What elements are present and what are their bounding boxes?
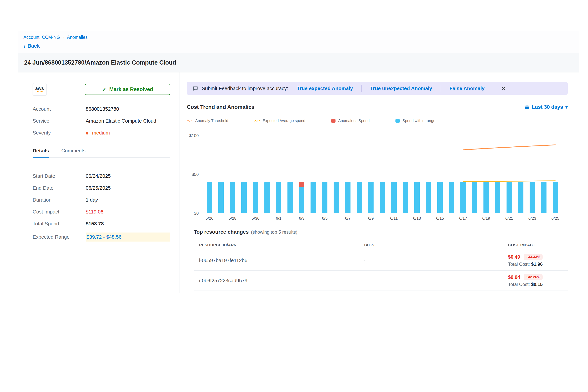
total-spend-label: Total Spend: [33, 221, 86, 227]
mark-as-resolved-button[interactable]: ✓ Mark as Resolved: [85, 84, 170, 95]
total-cost-label: Total Cost:: [508, 262, 530, 267]
y-axis-label: $50: [192, 172, 199, 177]
anomalous-spend-swatch-icon: [331, 119, 336, 123]
legend-expected-average: Expected Average spend: [254, 118, 305, 123]
duration-row: Duration 1 day: [33, 197, 170, 203]
table-row[interactable]: i-0b6f257223cad9579 - $0.04 +42.26% Tota…: [194, 270, 568, 291]
chart-plot-area: [204, 132, 561, 213]
chart-bar-5/27: [218, 182, 224, 213]
resources-table: RESOURCE ID/ARN TAGS COST IMPACT i-06597…: [194, 240, 568, 291]
trend-title: Cost Trend and Anomalies: [187, 104, 254, 110]
expected-range-label: Expected Range: [33, 234, 86, 240]
x-axis-label: 6/1: [276, 216, 281, 220]
cost-impact-percent-badge: +42.26%: [524, 274, 543, 280]
anomaly-detail-page: Account: CCM-NG › Anomalies ‹ Back 24 Ju…: [0, 0, 588, 294]
chart-bar-6/10: [380, 182, 385, 213]
legend-spend-within-range: Spend within range: [396, 118, 435, 123]
anomaly-summary-panel: aws ✓ Mark as Resolved Account 868001352…: [18, 72, 179, 294]
table-row[interactable]: i-06597ba197fe112b6 - $0.49 +33.33% Tota…: [194, 250, 568, 270]
resource-id: i-06597ba197fe112b6: [194, 258, 364, 264]
legend-label: Spend within range: [402, 118, 435, 123]
feedback-option-true-expected[interactable]: True expected Anomaly: [288, 85, 361, 92]
chart-bar-6/23: [530, 182, 535, 213]
summary-block: Account 868001352780 Service Amazon Elas…: [33, 106, 170, 136]
x-axis-label: 5/26: [206, 216, 214, 220]
breadcrumb-account-link[interactable]: Account: CCM-NG: [24, 35, 60, 40]
feedback-option-false-anomaly[interactable]: False Anomaly: [440, 85, 493, 92]
chart-bar-5/28: [230, 182, 235, 213]
chart-bar-6/2: [288, 182, 293, 213]
x-axis-label: 6/25: [552, 216, 559, 220]
resource-tags: -: [364, 278, 508, 284]
chart-bar-6/8: [357, 182, 362, 213]
chart-legend: Anomaly Threshold Expected Average spend…: [187, 118, 568, 123]
chart-bar-6/11: [391, 182, 396, 213]
legend-label: Anomaly Threshold: [195, 118, 228, 123]
total-cost-value: $0.15: [531, 282, 543, 287]
speech-bubble-icon: [192, 86, 198, 91]
x-axis-label: 6/7: [345, 216, 350, 220]
severity-dot-icon: [86, 132, 88, 134]
feedback-close-icon[interactable]: ✕: [501, 85, 506, 92]
header-strip: Account: CCM-NG › Anomalies ‹ Back: [18, 31, 579, 53]
top-resource-changes: Top resource changes (showing top 5 resu…: [187, 229, 568, 291]
feedback-banner: Submit Feedback to improve accuracy: Tru…: [187, 82, 568, 95]
breadcrumb-anomalies-link[interactable]: Anomalies: [67, 35, 88, 40]
feedback-options: True expected Anomaly True unexpected An…: [288, 85, 493, 92]
service-label: Service: [33, 118, 86, 124]
chart-bar-6/20: [495, 182, 500, 213]
x-axis-label: 6/19: [482, 216, 490, 220]
date-range-selector[interactable]: Last 30 days ▾: [524, 104, 568, 110]
total-cost-value: $1.96: [531, 262, 543, 267]
chart-bar-6/14: [426, 182, 431, 213]
start-date-value: 06/24/2025: [86, 173, 111, 179]
chart-bar-6/22: [518, 182, 524, 213]
x-axis-label: 6/21: [505, 216, 513, 220]
cost-impact-cell: $0.49 +33.33% Total Cost: $1.96: [508, 254, 568, 267]
back-button[interactable]: ‹ Back: [24, 43, 579, 49]
column-cost-impact: COST IMPACT: [508, 243, 568, 247]
aws-logo-text: aws: [35, 86, 44, 90]
legend-label: Anomalous Spend: [338, 118, 370, 123]
end-date-value: 06/25/2025: [86, 185, 111, 191]
tab-comments[interactable]: Comments: [61, 148, 86, 157]
threshold-line-icon: [187, 119, 192, 122]
back-chevron-icon: ‹: [24, 44, 26, 48]
resources-table-header: RESOURCE ID/ARN TAGS COST IMPACT: [194, 240, 568, 250]
severity-text: medium: [92, 130, 110, 136]
page-title: 24 Jun/868001352780/Amazon Elastic Compu…: [24, 59, 579, 66]
start-date-row: Start Date 06/24/2025: [33, 173, 170, 179]
cost-impact-label: Cost Impact: [33, 209, 86, 215]
account-label: Account: [33, 106, 86, 112]
total-spend-value: $158.78: [86, 221, 104, 227]
date-range-label: Last 30 days: [532, 104, 563, 110]
x-axis-label: 6/11: [390, 216, 398, 220]
x-axis-label: 6/17: [459, 216, 467, 220]
chart-bar-6/24: [541, 182, 546, 213]
feedback-option-true-unexpected[interactable]: True unexpected Anomaly: [361, 85, 440, 92]
detail-tabs: Details Comments: [33, 148, 170, 158]
x-axis-label: 6/23: [528, 216, 536, 220]
chart-bar-6/4: [310, 182, 316, 213]
back-label: Back: [28, 43, 40, 49]
expected-line-icon: [254, 119, 260, 122]
resolve-button-label: Mark as Resolved: [109, 86, 153, 92]
total-cost-label: Total Cost:: [508, 282, 530, 287]
chart-bar-6/3: [299, 182, 304, 213]
provider-row: aws ✓ Mark as Resolved: [33, 83, 170, 96]
chart-bar-6/21: [506, 182, 512, 213]
trend-header: Cost Trend and Anomalies Last 30 days ▾: [187, 104, 568, 110]
total-spend-row: Total Spend $158.78: [33, 220, 170, 227]
chevron-down-icon: ▾: [565, 104, 568, 110]
chart-bar-6/25: [553, 182, 558, 213]
account-row: Account 868001352780: [33, 106, 170, 112]
x-axis-label: 6/13: [413, 216, 421, 220]
x-axis-label: 5/30: [252, 216, 260, 220]
x-axis-label: 6/9: [368, 216, 374, 220]
tab-details[interactable]: Details: [33, 148, 49, 157]
chart-bar-5/26: [207, 182, 212, 213]
x-axis-label: 6/15: [436, 216, 444, 220]
legend-anomalous-spend: Anomalous Spend: [331, 118, 370, 123]
feedback-prompt: Submit Feedback to improve accuracy:: [202, 86, 288, 92]
resource-id: i-0b6f257223cad9579: [194, 278, 364, 284]
